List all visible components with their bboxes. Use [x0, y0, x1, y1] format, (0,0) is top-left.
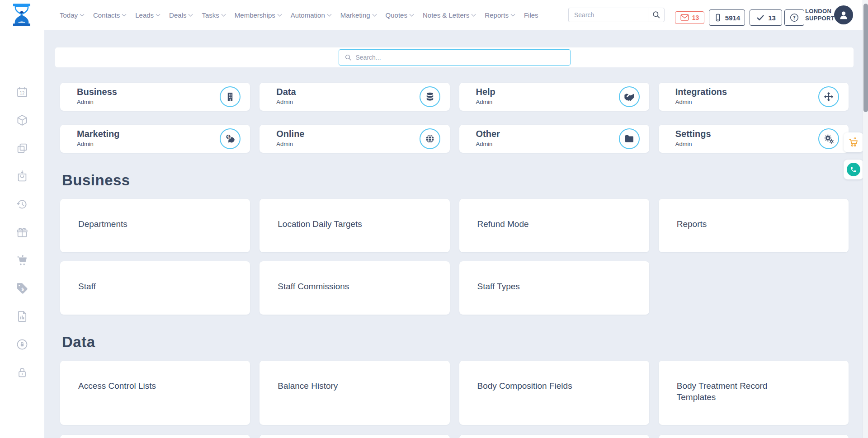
- chevron-down-icon: [372, 12, 377, 16]
- chevron-down-icon: [221, 12, 226, 16]
- content-search-input[interactable]: [356, 54, 565, 61]
- app-logo-hourglass-icon[interactable]: [12, 4, 32, 26]
- list-card-title: Reports: [677, 219, 830, 230]
- list-card-title: Refund Mode: [477, 219, 631, 230]
- nav-contacts[interactable]: Contacts: [93, 11, 126, 19]
- list-card-staff-types[interactable]: Staff Types: [459, 261, 649, 315]
- list-card-access-control-lists[interactable]: Access Control Lists: [60, 361, 250, 425]
- nav-today[interactable]: Today: [60, 11, 84, 19]
- business-item-grid: Departments Location Daily Targets Refun…: [60, 199, 849, 315]
- package-cube-icon: [16, 114, 28, 127]
- help-badge[interactable]: ?: [784, 9, 804, 26]
- cart-icon: [16, 254, 28, 267]
- list-card-partial[interactable]: [259, 435, 449, 438]
- admin-card-integrations[interactable]: Integrations Admin: [659, 83, 849, 111]
- admin-card-business[interactable]: Business Admin: [60, 83, 250, 111]
- nav-quotes[interactable]: Quotes: [386, 11, 413, 19]
- admin-card-other[interactable]: Other Admin: [459, 125, 649, 153]
- admin-card-marketing[interactable]: Marketing Admin $: [60, 125, 250, 153]
- list-card-title: Staff Commissions: [278, 281, 431, 292]
- chevron-down-icon: [80, 12, 85, 16]
- nav-memberships[interactable]: Memberships: [235, 11, 281, 19]
- sidebar-history[interactable]: [13, 195, 31, 213]
- envelope-icon: [680, 14, 689, 21]
- nav-label: Tasks: [202, 11, 219, 19]
- admin-card-settings[interactable]: Settings Admin: [659, 125, 849, 153]
- calendar-icon: 12: [16, 86, 28, 99]
- list-card-staff-commissions[interactable]: Staff Commissions: [259, 261, 449, 315]
- sidebar-cart[interactable]: [13, 251, 31, 269]
- phone-call-icon: [847, 163, 860, 176]
- floating-call-button[interactable]: [844, 160, 863, 179]
- floating-cart-button[interactable]: [844, 132, 863, 152]
- nav-label: Leads: [135, 11, 154, 19]
- sidebar-calendar[interactable]: 12: [13, 83, 31, 101]
- lock-icon: [16, 366, 28, 379]
- sidebar-permissions[interactable]: [13, 363, 31, 381]
- list-card-location-daily-targets[interactable]: Location Daily Targets: [259, 199, 449, 252]
- building-icon: [220, 86, 241, 107]
- header-search-input[interactable]: [568, 8, 648, 22]
- chevron-down-icon: [327, 12, 331, 16]
- calendar-day-number: 12: [19, 91, 24, 95]
- list-card-body-treatment-record-templates[interactable]: Body Treatment Record Templates: [659, 361, 849, 425]
- admin-page: { "header": { "nav_items": [ {"label":"T…: [0, 0, 868, 438]
- price-tag-icon: $: [16, 282, 28, 295]
- list-card-body-composition-fields[interactable]: Body Composition Fields: [459, 361, 649, 425]
- list-card-partial[interactable]: [459, 435, 649, 438]
- list-card-refund-mode[interactable]: Refund Mode: [459, 199, 649, 252]
- content-search-bar: [55, 47, 854, 67]
- list-card-balance-history[interactable]: Balance History: [259, 361, 449, 425]
- section-heading-business: Business: [62, 172, 849, 189]
- sidebar-reports[interactable]: [13, 307, 31, 325]
- partial-row-grid: [60, 435, 849, 438]
- nav-automation[interactable]: Automation: [291, 11, 331, 19]
- user-avatar[interactable]: [834, 5, 853, 24]
- left-sidebar: 12 $: [0, 30, 44, 438]
- svg-text:?: ?: [793, 15, 796, 20]
- sidebar-pricing[interactable]: $: [13, 279, 31, 297]
- nav-tasks[interactable]: Tasks: [202, 11, 225, 19]
- report-document-icon: [16, 310, 28, 323]
- admin-card-data[interactable]: Data Admin: [259, 83, 449, 111]
- list-card-departments[interactable]: Departments: [60, 199, 250, 252]
- mail-badge[interactable]: 13: [675, 11, 704, 24]
- sidebar-gift[interactable]: [13, 223, 31, 241]
- sidebar-products[interactable]: [13, 111, 31, 129]
- admin-card-online[interactable]: Online Admin: [259, 125, 449, 153]
- chevron-down-icon: [510, 12, 515, 16]
- nav-deals[interactable]: Deals: [169, 11, 192, 19]
- nav-label: Automation: [291, 11, 325, 19]
- chevron-down-icon: [472, 12, 476, 16]
- smartphone-icon: [714, 13, 722, 23]
- database-icon: [420, 86, 440, 107]
- nav-notes-letters[interactable]: Notes & Letters: [423, 11, 475, 19]
- list-card-reports[interactable]: Reports: [659, 199, 849, 252]
- nav-label: Marketing: [340, 11, 370, 19]
- list-card-partial[interactable]: [60, 435, 250, 438]
- admin-card-help[interactable]: Help Admin: [459, 83, 649, 111]
- sidebar-account-security[interactable]: [13, 335, 31, 353]
- nav-leads[interactable]: Leads: [135, 11, 160, 19]
- chevron-down-icon: [410, 12, 414, 16]
- move-arrows-icon: [818, 86, 839, 107]
- account-lock-icon: [16, 338, 28, 351]
- sidebar-duplicate[interactable]: [13, 139, 31, 157]
- nav-files[interactable]: Files: [524, 11, 538, 19]
- list-card-title: Staff Types: [477, 281, 631, 292]
- list-card-partial[interactable]: [659, 435, 849, 438]
- nav-label: Today: [60, 11, 78, 19]
- list-card-staff[interactable]: Staff: [60, 261, 250, 315]
- sidebar-bag[interactable]: [13, 167, 31, 185]
- bag-receive-icon: [16, 170, 28, 183]
- scrollbar-thumb[interactable]: [863, 4, 868, 112]
- phone-badge[interactable]: 5914: [709, 9, 745, 26]
- tasks-badge[interactable]: 13: [750, 9, 782, 26]
- chevron-down-icon: [122, 12, 127, 16]
- nav-marketing[interactable]: Marketing: [340, 11, 376, 19]
- copy-icon: [16, 142, 28, 155]
- nav-reports[interactable]: Reports: [485, 11, 514, 19]
- nav-label: Quotes: [386, 11, 407, 19]
- header-search-button[interactable]: [648, 8, 665, 22]
- magnifier-icon: [344, 54, 352, 61]
